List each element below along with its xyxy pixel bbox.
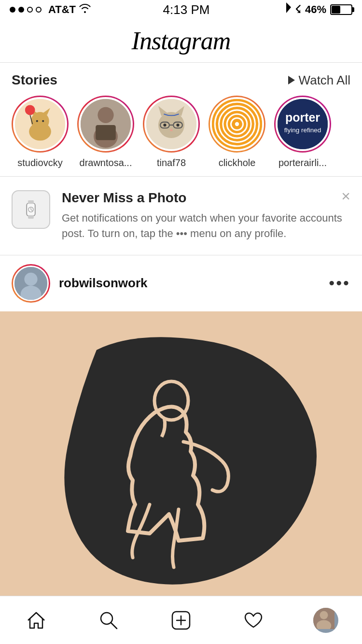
stories-header: Stories Watch All xyxy=(0,72,362,96)
signal-dot-4 xyxy=(36,7,42,13)
notification-content: Never Miss a Photo Get notifications on … xyxy=(62,190,350,241)
play-icon xyxy=(288,76,295,84)
nav-like-button[interactable] xyxy=(229,596,278,644)
svg-point-8 xyxy=(31,112,49,130)
post-header: robwilsonwork ••• xyxy=(0,255,362,311)
svg-line-49 xyxy=(111,623,117,629)
story-ring xyxy=(143,96,200,153)
post-user[interactable]: robwilsonwork xyxy=(12,264,147,303)
story-item[interactable]: drawntosa... xyxy=(77,96,134,168)
location-icon xyxy=(281,2,291,17)
battery-icon xyxy=(330,4,352,15)
story-item[interactable]: porter flying refined porterairli... xyxy=(274,96,331,168)
nav-home-button[interactable] xyxy=(12,596,60,644)
svg-point-35 xyxy=(235,122,239,126)
post-more-button[interactable]: ••• xyxy=(329,274,350,293)
svg-point-26 xyxy=(163,124,166,126)
story-item[interactable]: tinaf78 xyxy=(143,96,200,168)
bluetooth-icon: ☇ xyxy=(295,3,301,16)
post-username: robwilsonwork xyxy=(59,276,147,291)
stories-title: Stories xyxy=(12,72,57,88)
story-avatar xyxy=(79,97,133,151)
stories-section: Stories Watch All xyxy=(0,63,362,177)
signal-dot-2 xyxy=(18,7,24,13)
story-avatar xyxy=(210,97,264,151)
svg-point-44 xyxy=(24,272,37,285)
story-ring xyxy=(209,96,265,153)
battery-percent: 46% xyxy=(305,3,326,16)
nav-add-button[interactable] xyxy=(157,596,205,644)
post: robwilsonwork ••• xyxy=(0,255,362,596)
nav-profile-avatar xyxy=(313,608,338,633)
watch-icon xyxy=(12,190,50,229)
story-ring xyxy=(12,96,69,153)
status-time: 4:13 PM xyxy=(163,2,210,17)
story-avatar xyxy=(13,97,67,151)
story-username: clickhole xyxy=(219,157,256,168)
notification-body: Get notifications on your watch when you… xyxy=(62,210,350,241)
notification-banner: Never Miss a Photo Get notifications on … xyxy=(0,177,362,255)
story-item[interactable]: studiovcky xyxy=(12,96,69,168)
signal-dot-1 xyxy=(10,7,15,13)
watch-all-button[interactable]: Watch All xyxy=(288,73,350,88)
story-ring xyxy=(77,96,134,153)
notification-close-button[interactable]: × xyxy=(341,188,350,204)
story-username: drawntosa... xyxy=(80,157,132,168)
app-title: Instagram xyxy=(132,27,231,55)
status-right: ☇ 46% xyxy=(281,2,352,17)
post-image xyxy=(0,311,362,596)
svg-point-27 xyxy=(176,124,179,126)
svg-rect-18 xyxy=(96,125,116,140)
status-left: AT&T xyxy=(10,3,91,16)
story-username: porterairli... xyxy=(278,157,327,168)
svg-rect-36 xyxy=(278,99,328,149)
svg-text:porter: porter xyxy=(285,111,320,124)
bottom-nav xyxy=(0,596,362,644)
nav-search-button[interactable] xyxy=(84,596,133,644)
svg-text:flying refined: flying refined xyxy=(284,126,321,134)
post-avatar-ring xyxy=(12,264,50,303)
stories-scroll: studiovcky drawntosa... xyxy=(0,96,362,168)
nav-profile-button[interactable] xyxy=(302,596,350,644)
watch-all-label: Watch All xyxy=(299,73,350,88)
story-avatar: porter flying refined xyxy=(276,97,330,151)
signal-dot-3 xyxy=(27,7,33,13)
app-header: Instagram xyxy=(0,19,362,63)
svg-rect-41 xyxy=(28,215,34,219)
svg-point-11 xyxy=(25,105,35,115)
wifi-icon xyxy=(79,3,91,16)
story-ring: porter flying refined xyxy=(274,96,331,153)
svg-point-14 xyxy=(42,120,44,122)
post-avatar xyxy=(13,266,49,301)
story-avatar xyxy=(144,97,198,151)
svg-point-13 xyxy=(36,120,38,122)
svg-rect-40 xyxy=(28,200,34,204)
story-item[interactable]: clickhole xyxy=(209,96,265,168)
story-username: studiovcky xyxy=(17,157,62,168)
notification-title: Never Miss a Photo xyxy=(62,190,350,206)
svg-point-16 xyxy=(97,107,113,123)
status-bar: AT&T 4:13 PM ☇ 46% xyxy=(0,0,362,19)
carrier-label: AT&T xyxy=(48,3,76,16)
svg-point-54 xyxy=(320,611,328,619)
story-username: tinaf78 xyxy=(157,157,186,168)
